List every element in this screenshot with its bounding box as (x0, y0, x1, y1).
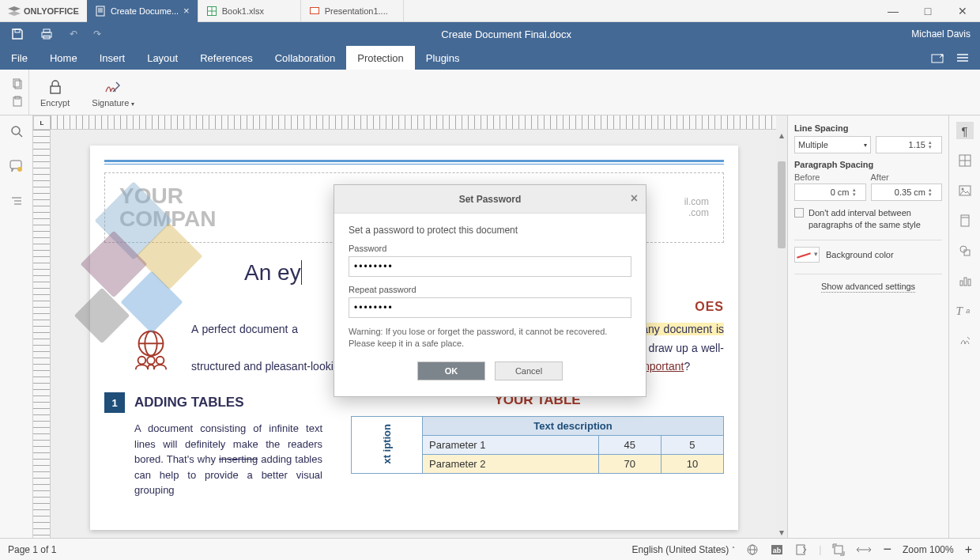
user-name[interactable]: Michael Davis (911, 28, 980, 40)
window-controls: — □ ✕ (876, 0, 980, 22)
signature-icon (104, 78, 122, 96)
right-toolbar: ¶ Ta (948, 115, 980, 538)
doc-tab-presentation[interactable]: Presentation1.... (301, 0, 404, 22)
presentation-icon (309, 6, 320, 17)
signature-settings-icon[interactable] (956, 332, 974, 350)
tab-plugins[interactable]: Plugins (415, 46, 471, 70)
copy-icon[interactable] (11, 78, 24, 89)
fit-width-icon[interactable] (856, 545, 872, 554)
close-button[interactable]: ✕ (945, 0, 980, 22)
language-selector[interactable]: English (United States) ˄ (632, 544, 736, 555)
svg-text:ab: ab (773, 547, 782, 554)
horizontal-ruler[interactable] (51, 115, 776, 130)
header-footer-icon[interactable] (956, 212, 974, 229)
tracking-icon[interactable]: ab (770, 543, 784, 556)
scroll-down-icon[interactable]: ▾ (776, 527, 787, 538)
zoom-in-icon[interactable]: + (965, 543, 972, 557)
right-panel: Line Spacing Multiple▾ 1.15▴▾ Paragraph … (787, 115, 948, 538)
paragraph-settings-icon[interactable]: ¶ (956, 122, 974, 139)
open-location-icon[interactable] (931, 52, 945, 63)
ribbon: Encrypt Signature ▾ (0, 70, 980, 115)
doc-tab-document[interactable]: Create Docume... × (87, 0, 198, 22)
left-toolbar (0, 115, 33, 538)
ruler-corner[interactable]: L (33, 115, 51, 130)
track-changes-icon[interactable] (795, 543, 808, 556)
company-name: YOUR COMPAN (119, 184, 216, 231)
signature-label: Signature ▾ (92, 98, 134, 108)
fit-page-icon[interactable] (832, 543, 845, 556)
comments-icon[interactable] (7, 157, 26, 176)
tab-file[interactable]: File (0, 46, 39, 70)
document-title: Create Document Final.docx (101, 28, 911, 40)
cancel-button[interactable]: Cancel (495, 361, 563, 380)
menu-bar: File Home Insert Layout References Colla… (0, 46, 980, 70)
outline-icon[interactable] (7, 191, 26, 210)
status-bar: Page 1 of 1 English (United States) ˄ ab… (0, 538, 980, 560)
ok-button[interactable]: OK (417, 361, 485, 380)
svg-point-37 (156, 356, 164, 364)
doc-tab-spreadsheet[interactable]: Book1.xlsx (198, 0, 301, 22)
search-icon[interactable] (7, 122, 26, 141)
scrollbar-thumb[interactable] (778, 161, 786, 248)
save-icon[interactable] (11, 28, 24, 40)
paragraph-spacing-label: Paragraph Spacing (794, 160, 942, 169)
line-spacing-mode[interactable]: Multiple▾ (794, 136, 871, 153)
chart-settings-icon[interactable] (956, 272, 974, 289)
table-settings-icon[interactable] (956, 152, 974, 169)
signature-button[interactable]: Signature ▾ (81, 78, 145, 108)
after-label: After (871, 172, 943, 182)
tab-protection[interactable]: Protection (346, 46, 415, 70)
spacing-after[interactable]: 0.35 cm▴▾ (871, 184, 943, 201)
app-logo: ONLYOFFICE (0, 6, 87, 16)
encrypt-button[interactable]: Encrypt (29, 78, 81, 108)
print-icon[interactable] (40, 28, 54, 40)
tab-collaboration[interactable]: Collaboration (264, 46, 347, 70)
page-indicator[interactable]: Page 1 of 1 (8, 544, 56, 555)
svg-line-26 (19, 134, 22, 137)
minimize-button[interactable]: — (876, 0, 910, 22)
shape-settings-icon[interactable] (956, 242, 974, 259)
before-label: Before (794, 172, 866, 182)
textart-settings-icon[interactable]: Ta (956, 302, 974, 320)
advanced-settings-link[interactable]: Show advanced settings (821, 282, 915, 293)
bg-color-label: Background color (826, 250, 894, 259)
redo-icon[interactable]: ↷ (93, 28, 101, 40)
tab-strip: Create Docume... × Book1.xlsx Presentati… (87, 0, 404, 22)
svg-rect-46 (964, 250, 970, 255)
svg-rect-14 (43, 29, 50, 32)
svg-point-25 (12, 127, 20, 134)
scroll-up-icon[interactable]: ▴ (776, 130, 787, 141)
spellcheck-icon[interactable] (746, 544, 759, 555)
lock-icon (46, 78, 65, 96)
zoom-label[interactable]: Zoom 100% (903, 544, 954, 555)
vertical-scrollbar[interactable]: ▴ ▾ (776, 130, 787, 538)
dialog-close-icon[interactable]: × (631, 191, 638, 206)
dialog-title-bar[interactable]: Set Password × (334, 185, 646, 214)
password-field[interactable] (349, 256, 631, 277)
paste-icon[interactable] (11, 96, 24, 107)
spacing-before[interactable]: 0 cm▴▾ (794, 184, 866, 201)
dialog-warning: Warning: If you lose or forget the passw… (349, 326, 631, 350)
svg-rect-11 (311, 8, 318, 13)
undo-icon[interactable]: ↶ (70, 28, 77, 40)
maximize-button[interactable]: □ (910, 0, 945, 22)
tab-label: Presentation1.... (325, 6, 388, 16)
menu-icon[interactable] (956, 53, 969, 62)
tab-references[interactable]: References (189, 46, 263, 70)
encrypt-label: Encrypt (40, 98, 70, 108)
tab-layout[interactable]: Layout (136, 46, 189, 70)
no-interval-checkbox[interactable]: Don't add interval between paragraphs of… (794, 207, 942, 232)
bg-color-picker[interactable] (794, 247, 820, 263)
line-spacing-value[interactable]: 1.15▴▾ (876, 136, 942, 153)
vertical-ruler[interactable] (33, 130, 51, 538)
section-title: ADDING TABLES (134, 395, 244, 411)
tab-home[interactable]: Home (39, 46, 89, 70)
image-settings-icon[interactable] (956, 182, 974, 199)
header-row: ↶ ↷ Create Document Final.docx Michael D… (0, 22, 980, 46)
repeat-password-field[interactable] (349, 297, 631, 318)
tab-insert[interactable]: Insert (89, 46, 137, 70)
close-icon[interactable]: × (183, 5, 190, 17)
svg-rect-43 (961, 215, 969, 226)
zoom-out-icon[interactable]: − (883, 541, 891, 558)
section-body: A document consisting of infinite text l… (134, 421, 322, 498)
